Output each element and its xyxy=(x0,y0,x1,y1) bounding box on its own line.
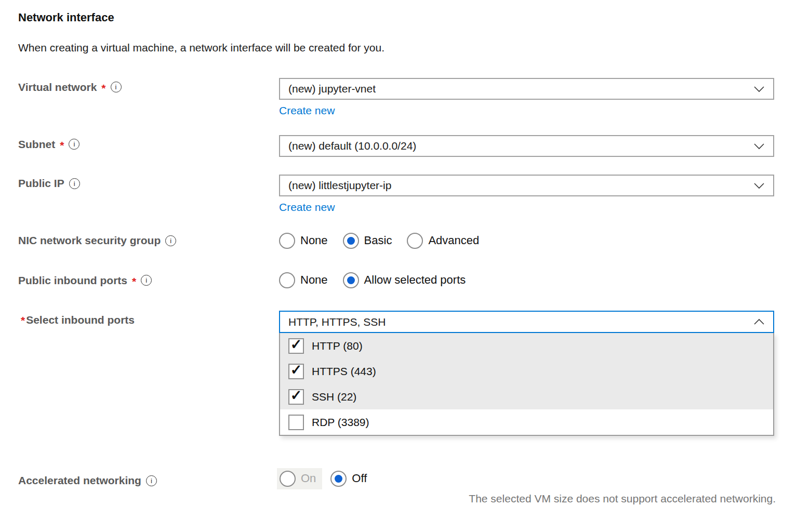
chevron-down-icon xyxy=(753,182,765,190)
subnet-value: (new) default (10.0.0.0/24) xyxy=(288,140,416,152)
virtual-network-value: (new) jupyter-vnet xyxy=(288,83,376,95)
accelerated-networking-label: Accelerated networking i xyxy=(18,474,157,487)
radio-label: Off xyxy=(352,472,367,485)
inbound-ports-dropdown-menu: ✓ HTTP (80) ✓ HTTPS (443) ✓ SSH (22) ✓ R… xyxy=(279,333,774,436)
page-description: When creating a virtual machine, a netwo… xyxy=(18,42,384,54)
radio-circle xyxy=(279,272,295,288)
select-inbound-ports-multiselect[interactable]: HTTP, HTTPS, SSH xyxy=(279,311,774,333)
public-inbound-ports-label-text: Public inbound ports xyxy=(18,274,127,287)
checkbox: ✓ xyxy=(288,338,304,354)
accelerated-networking-radio-group: On Off xyxy=(277,470,367,487)
accelerated-networking-note: The selected VM size does not support ac… xyxy=(279,493,776,505)
check-icon: ✓ xyxy=(290,363,302,377)
menu-item-ssh[interactable]: ✓ SSH (22) xyxy=(280,384,773,409)
page-title: Network interface xyxy=(18,11,114,24)
menu-item-label: HTTP (80) xyxy=(312,340,363,352)
radio-label: On xyxy=(301,472,316,485)
radio-label: None xyxy=(300,234,328,247)
required-asterisk: * xyxy=(60,140,64,151)
public-ip-create-new-link[interactable]: Create new xyxy=(279,201,335,214)
radio-label: Advanced xyxy=(428,234,479,247)
checkbox: ✓ xyxy=(288,415,304,430)
menu-item-label: RDP (3389) xyxy=(312,416,369,429)
info-icon[interactable]: i xyxy=(69,178,80,189)
radio-circle xyxy=(407,233,423,249)
radio-circle xyxy=(343,272,359,288)
select-inbound-ports-value: HTTP, HTTPS, SSH xyxy=(288,316,386,328)
radio-circle xyxy=(343,233,359,249)
select-inbound-ports-label: * Select inbound ports xyxy=(21,314,135,326)
radio-circle xyxy=(280,471,296,487)
checkbox: ✓ xyxy=(288,389,304,405)
menu-item-http[interactable]: ✓ HTTP (80) xyxy=(280,333,773,358)
public-inbound-ports-radio-group: None Allow selected ports xyxy=(279,272,466,288)
subnet-label-text: Subnet xyxy=(18,138,55,151)
public-ip-label: Public IP i xyxy=(18,177,80,190)
accelerated-networking-label-text: Accelerated networking xyxy=(18,474,141,487)
required-asterisk: * xyxy=(21,315,25,326)
menu-item-https[interactable]: ✓ HTTPS (443) xyxy=(280,358,773,384)
chevron-down-icon xyxy=(753,142,765,150)
virtual-network-label-text: Virtual network xyxy=(18,81,97,94)
menu-item-label: SSH (22) xyxy=(312,391,356,403)
info-icon[interactable]: i xyxy=(111,82,122,92)
radio-dot xyxy=(335,475,342,483)
radio-dot xyxy=(347,276,355,284)
required-asterisk: * xyxy=(101,83,105,94)
required-asterisk: * xyxy=(132,276,136,287)
info-icon[interactable]: i xyxy=(146,475,157,486)
accelerated-networking-radio-off[interactable]: Off xyxy=(330,471,367,487)
accelerated-networking-radio-on: On xyxy=(277,468,322,489)
subnet-label: Subnet * i xyxy=(18,138,79,151)
nic-nsg-radio-advanced[interactable]: Advanced xyxy=(407,233,479,249)
select-inbound-ports-label-text: Select inbound ports xyxy=(26,314,135,326)
nic-nsg-radio-basic[interactable]: Basic xyxy=(343,233,392,249)
info-icon[interactable]: i xyxy=(141,275,152,286)
nic-nsg-label-text: NIC network security group xyxy=(18,234,161,247)
chevron-up-icon xyxy=(753,318,765,326)
checkbox: ✓ xyxy=(288,364,304,379)
radio-dot xyxy=(347,237,355,245)
radio-circle xyxy=(279,233,295,249)
menu-item-rdp[interactable]: ✓ RDP (3389) xyxy=(280,409,773,435)
radio-circle xyxy=(330,471,347,487)
public-inbound-ports-radio-allow[interactable]: Allow selected ports xyxy=(343,272,466,288)
public-ip-label-text: Public IP xyxy=(18,177,64,190)
network-interface-section: Network interface When creating a virtua… xyxy=(0,0,796,532)
subnet-dropdown[interactable]: (new) default (10.0.0.0/24) xyxy=(279,135,774,157)
public-inbound-ports-radio-none[interactable]: None xyxy=(279,272,328,288)
check-icon: ✓ xyxy=(290,389,302,403)
virtual-network-label: Virtual network * i xyxy=(18,81,122,94)
nic-nsg-radio-group: None Basic Advanced xyxy=(279,232,479,249)
chevron-down-icon xyxy=(753,85,765,93)
radio-label: Allow selected ports xyxy=(364,273,466,287)
radio-label: Basic xyxy=(364,234,392,247)
info-icon[interactable]: i xyxy=(165,235,176,246)
public-ip-value: (new) littlestjupyter-ip xyxy=(288,179,391,192)
info-icon[interactable]: i xyxy=(69,139,79,150)
menu-item-label: HTTPS (443) xyxy=(312,365,376,378)
virtual-network-dropdown[interactable]: (new) jupyter-vnet xyxy=(279,78,774,100)
radio-label: None xyxy=(300,273,328,287)
nic-nsg-radio-none[interactable]: None xyxy=(279,233,328,249)
virtual-network-create-new-link[interactable]: Create new xyxy=(279,104,335,117)
nic-nsg-label: NIC network security group i xyxy=(18,234,176,247)
check-icon: ✓ xyxy=(290,338,302,352)
public-inbound-ports-label: Public inbound ports * i xyxy=(18,274,152,287)
public-ip-dropdown[interactable]: (new) littlestjupyter-ip xyxy=(279,175,774,196)
